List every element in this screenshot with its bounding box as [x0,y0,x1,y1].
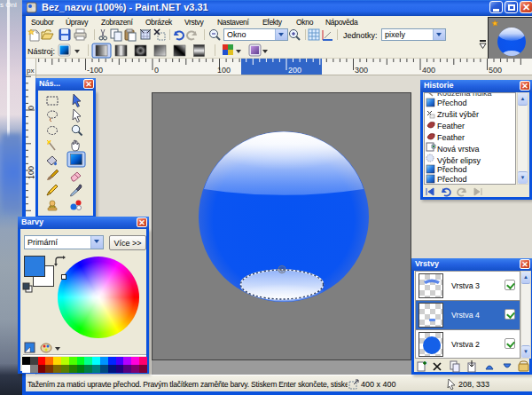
svg-text:Přechod: Přechod [437,165,467,174]
svg-text:300: 300 [355,66,368,75]
svg-text:0: 0 [154,66,159,75]
svg-text:Přechod: Přechod [437,175,467,184]
svg-text:-100: -100 [87,66,103,75]
svg-text:0: 0 [27,106,35,110]
svg-text:Feather: Feather [437,133,465,142]
svg-text:Nová vrstva: Nová vrstva [437,145,480,154]
svg-text:500: 500 [489,66,502,75]
svg-text:400: 400 [422,66,435,75]
svg-text:Zrušit výběr: Zrušit výběr [437,110,479,119]
svg-text:Výběr elipsy: Výběr elipsy [437,156,481,165]
svg-text:200: 200 [288,66,301,75]
svg-text:Feather: Feather [437,122,465,130]
svg-text:Přechod: Přechod [437,99,467,107]
svg-text:100: 100 [27,166,35,179]
svg-text:100: 100 [217,66,231,75]
